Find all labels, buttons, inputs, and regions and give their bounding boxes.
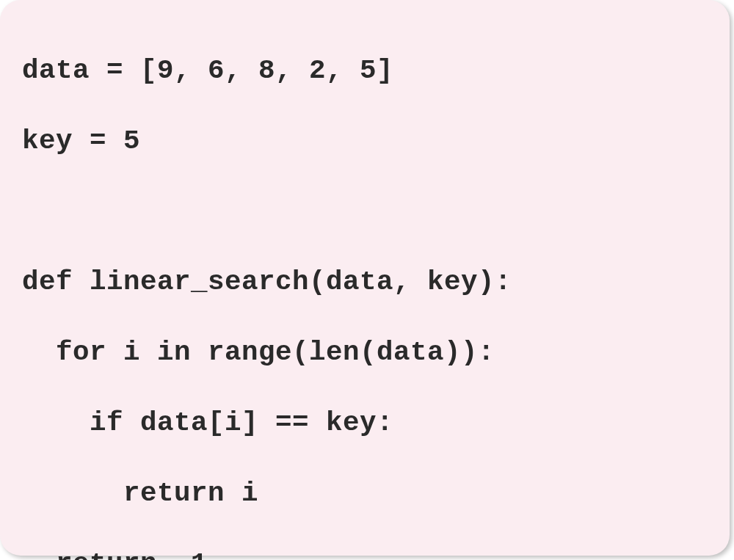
code-line: return -1: [22, 546, 708, 560]
code-block: data = [9, 6, 8, 2, 5] key = 5 def linea…: [0, 0, 730, 556]
code-text: data = [9, 6, 8, 2, 5]: [22, 55, 393, 86]
code-text: return -1: [22, 548, 208, 560]
code-line: key = 5: [22, 123, 708, 159]
code-line: for i in range(len(data)):: [22, 335, 708, 370]
code-text: if data[i] == key:: [22, 407, 393, 438]
code-line: data = [9, 6, 8, 2, 5]: [22, 53, 708, 88]
code-line: if data[i] == key:: [22, 405, 708, 440]
code-text: return i: [22, 478, 258, 509]
code-text: def linear_search(data, key):: [22, 266, 512, 297]
code-text: key = 5: [22, 126, 140, 156]
code-line: return i: [22, 476, 708, 511]
code-text: for i in range(len(data)):: [22, 337, 495, 368]
code-line: def linear_search(data, key):: [22, 264, 708, 299]
code-line: [22, 194, 708, 229]
